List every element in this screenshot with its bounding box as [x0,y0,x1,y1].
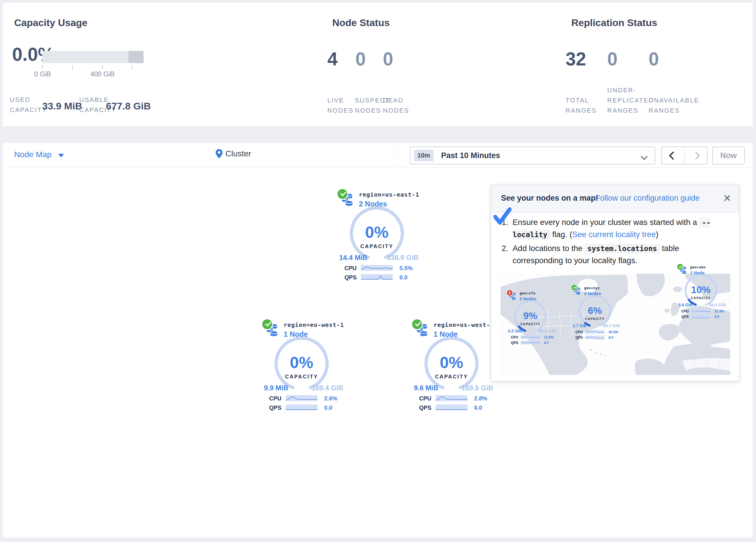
qps-label: QPS [575,336,583,340]
map-pin-icon [216,149,223,158]
dead-nodes-count: 0 [383,48,393,70]
capacity-label: CAPACITY [423,374,480,380]
geo-marker-nyc[interactable]: geo=nyc 2 Nodes 6% CAPACITY 3.7 GiB 65.7… [571,284,623,343]
capacity-label: CAPACITY [513,323,548,326]
chevron-down-icon[interactable] [58,154,64,157]
check-icon [415,320,421,326]
status-badge [677,263,684,270]
step-forward-button[interactable] [685,147,707,164]
total-ranges-label: TOTAL RANGES [566,95,597,115]
chevron-left-icon [669,151,678,160]
total-ranges-count: 32 [566,48,586,70]
step-complete-check-icon [493,207,511,227]
unavailable-label: UNAVAILABLE RANGES [649,95,699,115]
capacity-bar-segment [129,51,144,63]
cpu-sparkline [286,395,318,401]
check-icon [679,264,683,268]
axis-tick-label: 0 GiB [25,70,60,78]
region-marker-eu-west-1[interactable]: region=eu-west-1 1 Node 0% CAPACITY 9.9 … [261,318,348,416]
qps-label: QPS [681,315,689,319]
axis-tick-label: 400 GiB [85,70,120,78]
locality-tree-link[interactable]: See current locality tree [572,230,656,239]
region-title: geo=ams [690,265,706,269]
capacity-range: 9.9 MiB 169.4 GiB [264,384,343,392]
check-icon [265,320,271,326]
cpu-label: CPU [419,395,431,402]
step-text-fragment: ) [656,230,658,239]
capacity-usable-value: 169.4 GiB [312,384,343,392]
geo-marker-sfo[interactable]: 1 geo=sfo 2 Nodes 9% CAPACITY 3.2 [506,289,558,348]
check-icon [340,190,346,196]
capacity-usable-value: 169.5 GiB [462,384,493,392]
capacity-percent: 9% [513,310,548,322]
cpu-sparkline [361,264,393,271]
capacity-usable-value: 338.9 GiB [387,253,419,262]
capacity-percent: 0% [423,353,480,372]
cpu-row: CPU 42.5% [575,330,621,335]
qps-label: QPS [344,274,357,281]
capacity-range: 14.4 MiB 338.9 GiB [339,253,419,262]
node-status-title: Node Status [332,17,390,28]
cpu-label: CPU [575,330,583,334]
axis-tick [102,65,103,69]
status-badge [337,188,348,200]
step-text-fragment: Add locations to the [513,244,585,253]
step-back-button[interactable] [662,147,685,164]
capacity-percent: 6% [577,305,612,316]
cpu-value: 12.3% [714,309,724,313]
geo-marker-ams[interactable]: geo=ams 1 Node 10% CAPACITY 3.6 GiB 34.4… [677,263,729,322]
cpu-label: CPU [344,265,357,272]
step-number: 2. [502,242,513,266]
used-capacity-value: 33.9 MiB [42,100,82,112]
axis-tick [72,65,73,69]
qps-value: 0.0 [324,405,332,411]
status-badge [571,284,578,291]
capacity-range: 3.6 GiB 34.4 GiB [678,303,726,308]
status-badge [261,319,273,330]
breadcrumb-cluster-label: Cluster [225,149,251,158]
qps-label: QPS [419,405,431,411]
region-title: region=eu-west-1 [284,322,344,328]
qps-row: QPS 0.0 [681,315,726,319]
region-title: region=us-west-1 [434,322,494,328]
qps-sparkline [521,341,540,345]
cpu-value: 2.8% [474,395,487,402]
cpu-row: CPU 2.8% [419,395,494,403]
qps-value: 0.0 [474,405,482,411]
breadcrumb[interactable]: Cluster [216,149,251,158]
capacity-usage-bar [42,51,144,63]
qps-label: QPS [511,341,518,345]
qps-row: QPS 0.0 [269,404,344,412]
popup-title: See your nodes on a map! [501,194,598,203]
qps-sparkline [436,404,467,411]
capacity-used-value: 3.7 GiB [572,324,587,328]
used-capacity-label: USED CAPACITY [10,95,47,115]
qps-row: QPS 0.0 [344,274,420,282]
time-range-badge: 10m [414,150,434,161]
cluster-summary-bar: Capacity Usage 0.0% 0 GiB 400 GiB USED C… [2,2,753,127]
check-icon [573,285,577,289]
replication-status-title: Replication Status [571,17,657,28]
configuration-guide-link[interactable]: Follow our configuration guide [595,194,700,203]
close-icon[interactable] [723,194,731,202]
capacity-percent: 0% [348,223,406,241]
view-selector-dropdown[interactable]: Node Map [14,150,52,159]
capacity-usable-value: 35.1 GiB [539,329,555,334]
cluster-overview-page: Capacity Usage 0.0% 0 GiB 400 GiB USED C… [0,0,756,542]
qps-value: 0.0 [608,336,613,340]
capacity-usable-value: 34.4 GiB [709,303,726,308]
qps-label: QPS [269,405,281,411]
setup-step-1: 1. Ensure every node in your cluster was… [502,216,730,240]
cpu-row: CPU 2.6% [269,395,344,403]
now-button[interactable]: Now [712,146,745,164]
time-range-selector[interactable]: 10m Past 10 Minutes [410,146,655,164]
region-marker-us-west-1[interactable]: region=us-west-1 1 Node 0% CAPACITY 9.6 … [411,318,498,416]
region-marker-us-east-1[interactable]: region=us-east-1 2 Nodes 0% CAPACITY 14.… [337,187,423,286]
capacity-percent: 0% [273,353,331,372]
toolbar-divider [397,143,397,167]
under-replicated-label: UNDER- REPLICATED RANGES [607,85,654,116]
popup-header: See your nodes on a map! Follow our conf… [491,185,739,212]
time-range-label: Past 10 Minutes [441,151,500,160]
cpu-sparkline [436,395,467,401]
capacity-used-value: 3.2 GiB [508,329,522,334]
